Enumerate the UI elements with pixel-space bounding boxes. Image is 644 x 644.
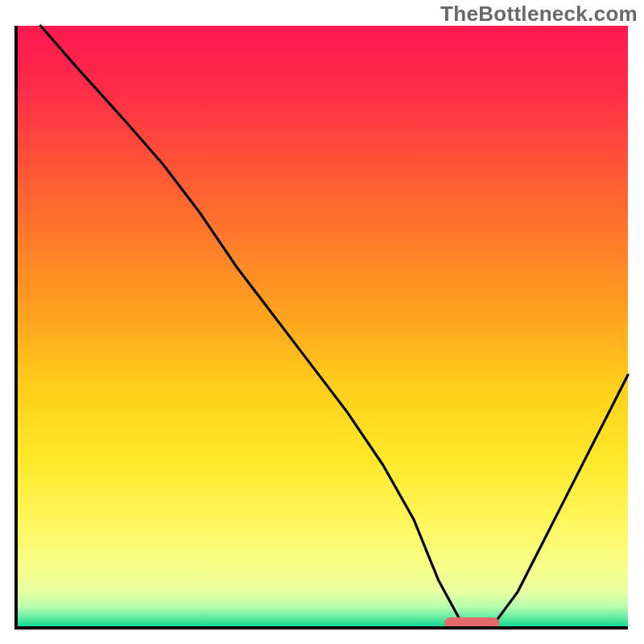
chart-svg <box>0 0 644 644</box>
gradient-background <box>16 26 628 628</box>
bottleneck-chart: TheBottleneck.com <box>0 0 644 644</box>
watermark-text: TheBottleneck.com <box>440 2 638 27</box>
